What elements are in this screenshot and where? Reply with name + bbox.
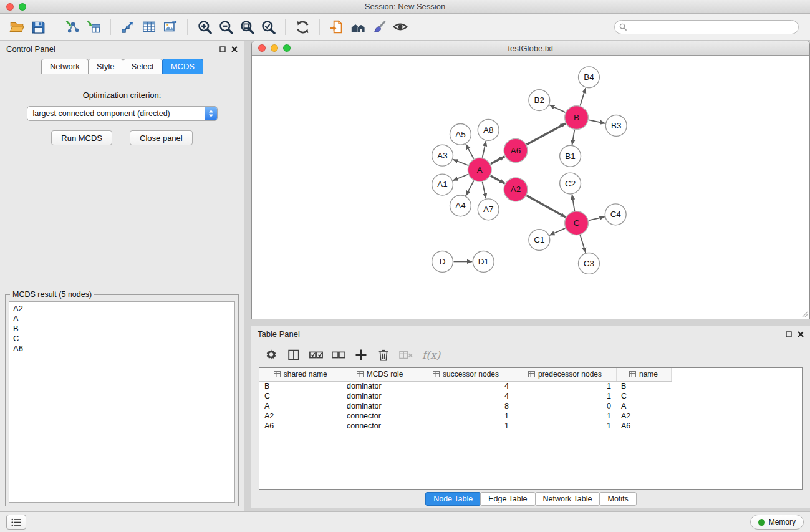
graph-edge-A-A8[interactable] [483,141,486,158]
graph-node-C1[interactable]: C1 [529,230,550,251]
table-cell[interactable]: 1 [514,391,616,401]
new-table-button[interactable] [138,16,160,37]
node-table-container[interactable]: shared nameMCDS rolesuccessor nodesprede… [259,367,803,490]
graph-node-C[interactable]: C [565,211,589,235]
add-column-button[interactable] [351,345,371,365]
table-cell[interactable]: 1 [514,421,616,431]
delete-table-button[interactable] [396,345,416,365]
table-row[interactable]: A2connector11A2 [259,411,802,421]
deselect-all-button[interactable] [329,345,349,365]
apply-style-button[interactable] [369,16,390,37]
graph-node-A5[interactable]: A5 [450,123,471,145]
table-cell[interactable]: 1 [418,421,514,431]
table-settings-button[interactable] [261,345,281,365]
select-all-button[interactable] [306,345,326,365]
table-cell[interactable]: 0 [514,401,616,411]
tab-network-table[interactable]: Network Table [535,492,600,506]
graph-edge-A-A7[interactable] [483,182,486,199]
zoom-out-button[interactable] [215,16,236,37]
task-history-button[interactable] [6,515,26,530]
graph-node-A4[interactable]: A4 [450,195,471,216]
mcds-result-item[interactable]: A2 [13,304,231,314]
network-canvas[interactable]: B4B2BB3A5A8A6A3B1AC2A1A2A4A7C4CC1C3DD1 [252,55,809,319]
zoom-selected-button[interactable] [258,16,279,37]
graph-edge-B-B1[interactable] [572,130,574,145]
graph-node-B[interactable]: B [565,106,589,130]
column-header-shared-name[interactable]: shared name [259,368,342,381]
search-input[interactable] [614,20,799,34]
graph-node-A3[interactable]: A3 [432,145,453,166]
function-builder-button[interactable]: f(x) [422,349,440,361]
graph-edge-A6-B[interactable] [527,123,566,145]
table-cell[interactable]: C [259,391,342,401]
mcds-result-item[interactable]: A [13,314,231,324]
column-header-successor-nodes[interactable]: successor nodes [418,368,514,381]
new-network-button[interactable] [117,16,138,37]
graph-edge-A-A1[interactable] [453,175,468,181]
table-cell[interactable]: A [616,401,671,411]
table-row[interactable]: A6connector11A6 [259,421,802,431]
home-button[interactable] [347,16,369,37]
tab-network[interactable]: Network [41,59,89,74]
table-cell[interactable]: 8 [418,401,514,411]
graph-edge-C-C1[interactable] [549,228,565,235]
table-row[interactable]: Cdominator41C [259,391,802,401]
graph-edge-A-A3[interactable] [453,160,468,165]
graph-edge-C-C2[interactable] [572,195,574,211]
close-panel-button[interactable] [231,46,238,52]
table-cell[interactable]: connector [342,411,418,421]
mcds-result-item[interactable]: B [13,324,231,334]
show-graphics-details-button[interactable] [390,16,411,37]
table-cell[interactable]: dominator [342,381,418,391]
tab-mcds[interactable]: MCDS [162,59,203,74]
mcds-result-item[interactable]: C [13,334,231,344]
graph-node-B3[interactable]: B3 [605,115,627,137]
open-document-button[interactable] [326,16,347,37]
mcds-result-list[interactable]: A2ABCA6 [9,301,235,503]
table-cell[interactable]: A [259,401,342,411]
graph-node-A6[interactable]: A6 [504,138,528,162]
tab-edge-table[interactable]: Edge Table [480,492,535,506]
graph-node-A2[interactable]: A2 [504,178,528,201]
column-header-predecessor-nodes[interactable]: predecessor nodes [514,368,616,381]
column-header-name[interactable]: name [616,368,671,381]
table-row[interactable]: Bdominator41B [259,381,802,391]
table-cell[interactable]: B [616,381,671,391]
optimization-criterion-select[interactable]: largest connected component (directed) [27,106,218,121]
table-cell[interactable]: A6 [616,421,671,431]
graph-node-C4[interactable]: C4 [605,204,626,225]
show-columns-button[interactable] [284,345,304,365]
table-cell[interactable]: C [616,391,671,401]
graph-node-D1[interactable]: D1 [473,251,494,273]
table-cell[interactable]: B [259,381,342,391]
mcds-result-item[interactable]: A6 [13,344,231,354]
resize-grip-icon[interactable] [801,310,808,317]
table-cell[interactable]: dominator [342,401,418,411]
refresh-button[interactable] [292,16,313,37]
save-session-button[interactable] [27,16,49,37]
graph-node-A1[interactable]: A1 [432,174,453,195]
tab-motifs[interactable]: Motifs [599,492,636,506]
table-cell[interactable]: 1 [514,381,616,391]
table-cell[interactable]: A2 [259,411,342,421]
graph-node-A7[interactable]: A7 [478,199,499,220]
graph-node-A[interactable]: A [468,158,491,181]
graph-edge-A-A5[interactable] [466,144,474,159]
import-table-button[interactable] [83,16,104,37]
graph-edge-A-A2[interactable] [491,176,505,184]
float-table-panel-button[interactable] [786,331,792,337]
table-cell[interactable]: 1 [514,411,616,421]
graph-edge-B-B3[interactable] [589,120,605,123]
run-mcds-button[interactable]: Run MCDS [51,130,112,145]
import-network-button[interactable] [62,16,83,37]
graph-node-B1[interactable]: B1 [560,145,581,167]
tab-style[interactable]: Style [88,59,123,74]
graph-node-D[interactable]: D [432,251,453,273]
zoom-fit-button[interactable] [236,16,258,37]
graph-node-C3[interactable]: C3 [579,253,600,274]
close-panel-action-button[interactable]: Close panel [130,130,193,145]
graph-edge-A-A4[interactable] [466,181,474,196]
graph-node-A8[interactable]: A8 [478,120,499,141]
graph-edge-A2-C[interactable] [526,196,566,218]
graph-node-C2[interactable]: C2 [560,173,581,194]
